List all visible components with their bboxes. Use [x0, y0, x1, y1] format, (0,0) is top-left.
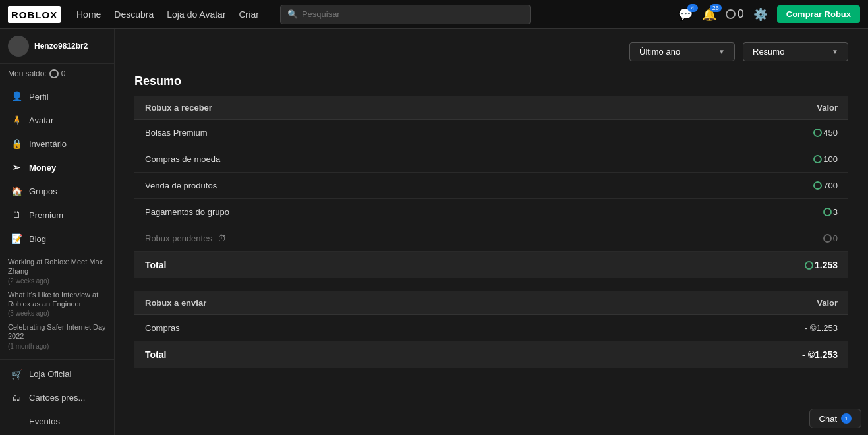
store-icon: 🛒	[11, 368, 22, 380]
settings-icon-btn[interactable]: ⚙️	[753, 7, 768, 22]
blog-post-3[interactable]: Celebrating Safer Internet Day 2022 (1 m…	[8, 320, 106, 353]
robux-icon	[823, 234, 832, 243]
section-spacer	[134, 278, 848, 291]
sidebar-item-money[interactable]: ➣ Money	[0, 156, 114, 179]
income-total-row: Total 1.253	[134, 252, 848, 279]
blog-post-1-title: Working at Roblox: Meet Max Zhang	[8, 257, 106, 276]
blog-icon: 📝	[11, 233, 22, 245]
chat-badge: 4	[687, 4, 698, 12]
expense-total-row: Total - ©1.253	[134, 341, 848, 368]
sidebar-item-blog[interactable]: 📝 Blog	[0, 227, 114, 250]
search-input[interactable]	[302, 9, 523, 19]
blog-post-2-date: (3 weeks ago)	[8, 310, 106, 317]
sidebar-item-inventario[interactable]: 🔒 Inventário	[0, 132, 114, 156]
chat-count-badge: 1	[841, 413, 852, 424]
notifications-icon-btn[interactable]: 🔔 26	[702, 7, 716, 22]
sidebar-item-eventos[interactable]: Eventos	[0, 410, 114, 434]
nav-criar[interactable]: Criar	[239, 9, 259, 20]
person-icon: 👤	[11, 90, 22, 102]
nav-descubra[interactable]: Descubra	[114, 9, 154, 20]
search-bar[interactable]: 🔍	[280, 5, 531, 24]
table-row: Venda de produtos 700	[134, 173, 848, 199]
lock-icon: 🔒	[11, 138, 22, 150]
bolsas-premium-label: Bolsas Premium	[134, 120, 606, 146]
sidebar-item-loja-oficial[interactable]: 🛒 Loja Oficial	[0, 362, 114, 386]
sidebar-label-cartoes: Cartões pres...	[29, 393, 85, 403]
sidebar-item-premium[interactable]: 🗒 Premium	[0, 203, 114, 227]
col-robux-a-enviar: Robux a enviar	[134, 291, 558, 315]
col-robux-a-receber: Robux a receber	[134, 96, 606, 120]
roblox-logo: ROBLOX	[8, 6, 61, 23]
chat-icon-btn[interactable]: 💬 4	[678, 7, 693, 22]
compras-label: Compras	[134, 315, 558, 341]
bolsas-premium-value: 450	[606, 120, 848, 146]
svg-text:ROBLOX: ROBLOX	[11, 9, 57, 20]
robux-icon-small	[49, 69, 59, 78]
chat-button[interactable]: Chat 1	[809, 409, 861, 428]
money-icon: ➣	[11, 161, 22, 173]
blog-posts: Working at Roblox: Meet Max Zhang (2 wee…	[0, 250, 114, 357]
events-icon	[11, 416, 22, 428]
clock-icon: ⏱	[217, 233, 226, 243]
blog-post-1-date: (2 weeks ago)	[8, 277, 106, 285]
expense-total-label: Total	[134, 341, 558, 368]
main-header: Último ano ▼ Resumo ▼	[134, 42, 848, 61]
col-valor-receber: Valor	[606, 96, 848, 120]
sidebar-label-money: Money	[29, 163, 56, 173]
table-row: Bolsas Premium 450	[134, 120, 848, 146]
main-content: Último ano ▼ Resumo ▼ Resumo Robux a rec…	[115, 29, 868, 435]
compras-moeda-value: 100	[606, 146, 848, 173]
robux-pendentes-value: 0	[606, 225, 848, 252]
sidebar-label-grupos: Grupos	[29, 187, 57, 196]
sidebar-label-avatar: Avatar	[29, 115, 53, 125]
card-icon: 🗂	[11, 392, 22, 404]
compras-value: - ©1.253	[558, 315, 848, 341]
robux-icon	[813, 181, 822, 190]
income-table-header: Robux a receber Valor	[134, 96, 848, 120]
sidebar-item-grupos[interactable]: 🏠 Grupos	[0, 179, 114, 203]
sidebar-label-premium: Premium	[29, 210, 63, 220]
sidebar-label-perfil: Perfil	[29, 92, 49, 102]
type-dropdown[interactable]: Resumo ▼	[743, 42, 848, 61]
compras-moeda-label: Compras de moeda	[134, 146, 606, 173]
main-layout: Henzo9812br2 Meu saldo: 0 👤 Perfil 🧍 Ava…	[0, 29, 868, 435]
venda-produtos-label: Venda de produtos	[134, 173, 606, 199]
user-header: Henzo9812br2	[0, 29, 114, 64]
robux-icon	[813, 155, 822, 163]
table-row: Pagamentos do grupo 3	[134, 199, 848, 225]
expense-total-value: - ©1.253	[558, 341, 848, 368]
blog-post-1[interactable]: Working at Roblox: Meet Max Zhang (2 wee…	[8, 254, 106, 287]
username: Henzo9812br2	[34, 42, 88, 51]
search-icon: 🔍	[287, 9, 298, 19]
robux-icon: 0	[726, 7, 744, 21]
sidebar-item-perfil[interactable]: 👤 Perfil	[0, 84, 114, 108]
premium-icon: 🗒	[11, 209, 22, 221]
robux-icon-btn[interactable]: 0	[726, 7, 744, 21]
sidebar-label-blog: Blog	[29, 234, 46, 244]
balance-bar: Meu saldo: 0	[0, 64, 114, 84]
blog-post-2-title: What It's Like to Interview at Roblox as…	[8, 290, 106, 309]
gear-icon: ⚙️	[753, 7, 768, 22]
col-valor-enviar: Valor	[558, 291, 848, 315]
sidebar-label-eventos: Eventos	[29, 417, 60, 426]
nav-home[interactable]: Home	[76, 9, 101, 20]
nav-links: Home Descubra Loja do Avatar Criar	[76, 9, 259, 20]
sidebar-divider	[0, 359, 114, 360]
blog-post-3-title: Celebrating Safer Internet Day 2022	[8, 322, 106, 341]
nav-loja-avatar[interactable]: Loja do Avatar	[167, 9, 225, 20]
sidebar-item-cartoes[interactable]: 🗂 Cartões pres...	[0, 386, 114, 410]
avatar	[8, 36, 29, 57]
robux-icon	[823, 208, 832, 216]
robux-icon	[805, 261, 813, 270]
sidebar-label-loja-oficial: Loja Oficial	[29, 369, 71, 379]
balance-label: Meu saldo:	[8, 69, 47, 78]
period-dropdown[interactable]: Último ano ▼	[629, 42, 735, 61]
expense-table-header: Robux a enviar Valor	[134, 291, 848, 315]
chat-label: Chat	[819, 414, 837, 424]
blog-post-3-date: (1 month ago)	[8, 343, 106, 350]
blog-post-2[interactable]: What It's Like to Interview at Roblox as…	[8, 287, 106, 320]
sidebar: Henzo9812br2 Meu saldo: 0 👤 Perfil 🧍 Ava…	[0, 29, 115, 435]
sidebar-item-avatar[interactable]: 🧍 Avatar	[0, 108, 114, 132]
buy-robux-button[interactable]: Comprar Robux	[777, 5, 860, 23]
notifications-badge: 26	[710, 4, 722, 12]
